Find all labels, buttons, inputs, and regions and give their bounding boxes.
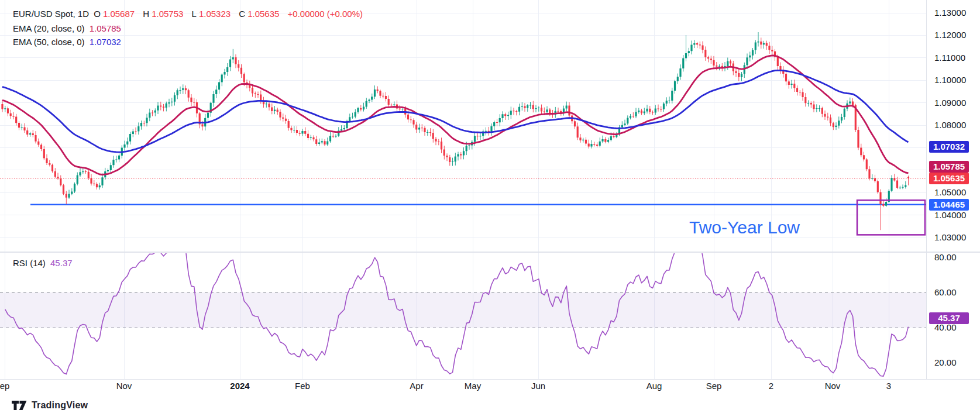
support-badge: 1.04465: [929, 199, 969, 211]
ema20-badge: 1.05785: [929, 161, 969, 173]
rsi-value: 45.37: [50, 258, 73, 268]
tradingview-watermark[interactable]: TradingView: [12, 400, 88, 411]
chart-canvas[interactable]: [0, 0, 980, 420]
ema50-label: EMA (50, close, 0): [13, 37, 85, 47]
ohlc-close-value: 1.05635: [247, 9, 279, 19]
ohlc-close-label: C: [239, 9, 245, 19]
tradingview-chart-window: EUR/USD Spot, 1D O1.05687 H1.05753 L1.05…: [0, 0, 980, 420]
rsi-badge: 45.37: [929, 312, 969, 324]
ema50-value: 1.07032: [90, 37, 121, 47]
ohlc-open-label: O: [94, 9, 101, 19]
time-axis-gutter[interactable]: [0, 379, 980, 395]
two-year-low-annotation[interactable]: Two-Year Low: [689, 218, 800, 237]
rsi-label: RSI (14): [13, 258, 46, 268]
rsi-legend[interactable]: RSI (14) 45.37: [13, 258, 75, 268]
brand-text: TradingView: [32, 400, 88, 411]
ema20-legend[interactable]: EMA (20, close, 0) 1.05785: [13, 23, 123, 33]
symbol-legend[interactable]: EUR/USD Spot, 1D O1.05687 H1.05753 L1.05…: [13, 9, 365, 19]
change-value: +0.00000 (+0.00%): [288, 9, 363, 19]
ohlc-high-label: H: [143, 9, 149, 19]
ema20-value: 1.05785: [90, 23, 121, 33]
ema20-label: EMA (20, close, 0): [13, 23, 85, 33]
ema50-legend[interactable]: EMA (50, close, 0) 1.07032: [13, 37, 123, 47]
ohlc-low-value: 1.05323: [199, 9, 231, 19]
ohlc-high-value: 1.05753: [152, 9, 183, 19]
tradingview-logo-icon: [12, 400, 27, 411]
symbol-title: EUR/USD Spot, 1D: [13, 9, 89, 19]
ohlc-low-label: L: [192, 9, 197, 19]
two-year-low-box[interactable]: [857, 200, 925, 235]
last-price-badge: 1.05635: [929, 173, 969, 184]
rsi-band: [0, 292, 926, 328]
candles[interactable]: [1, 32, 909, 230]
ema50-badge: 1.07032: [929, 141, 969, 153]
ohlc-open-value: 1.05687: [103, 9, 135, 19]
